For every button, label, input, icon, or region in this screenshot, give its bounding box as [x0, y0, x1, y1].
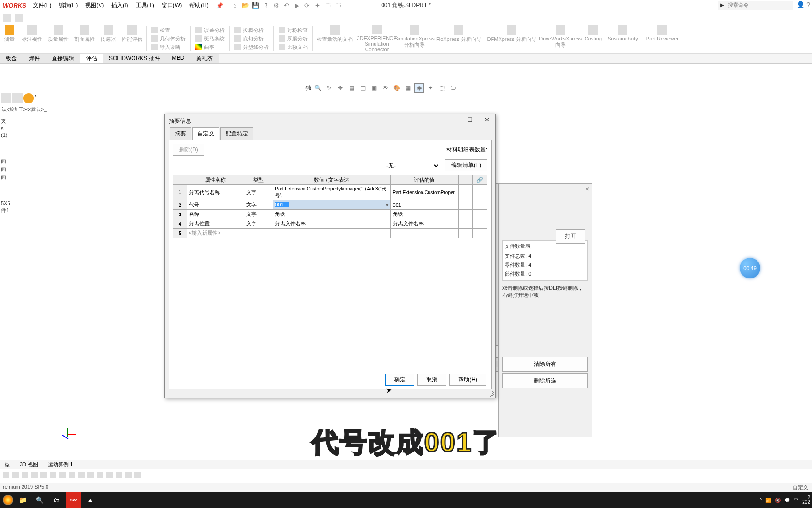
hud-rotate-icon[interactable]: ↻ [324, 83, 334, 93]
bicon[interactable] [3, 472, 9, 478]
prop-value-cell-editing[interactable]: ▾ [273, 200, 390, 210]
ribbon-mass[interactable]: 质量属性 [45, 24, 71, 53]
explorer-icon[interactable]: 📁 [15, 492, 30, 508]
prop-type-cell[interactable]: 文字 [244, 219, 273, 229]
hud-view-icon[interactable]: ◫ [358, 83, 367, 93]
tab-directedit[interactable]: 直接编辑 [46, 54, 80, 64]
ribbon-simxpress[interactable]: SimulationXpress 分析向导 [396, 24, 433, 53]
hud-render-icon[interactable]: ✦ [426, 83, 435, 93]
help-icon[interactable]: ? [806, 1, 810, 8]
print-icon[interactable]: 🖨 [262, 1, 270, 10]
ribbon-sensor[interactable]: 传感器 [98, 24, 119, 53]
ribbon-curvature[interactable]: 曲率 [194, 43, 226, 52]
ribbon-check[interactable]: 检查 [149, 26, 187, 35]
bicon[interactable] [134, 472, 141, 478]
ribbon-deviation[interactable]: 误差分析 [194, 26, 226, 35]
ok-button[interactable]: 确定 [385, 374, 414, 386]
tool-icon-1[interactable] [3, 14, 11, 22]
tray-ime[interactable]: 中 [794, 497, 798, 503]
hud-section-icon[interactable]: ▤ [347, 83, 356, 93]
app-taskbar-icon[interactable]: ▲ [83, 492, 98, 508]
hud-perspective-icon[interactable]: ◉ [414, 83, 424, 93]
ribbon-perf[interactable]: 性能评估 [119, 24, 145, 53]
options-icon[interactable]: ⚙ [272, 1, 281, 10]
dialog-tab-custom[interactable]: 自定义 [192, 127, 219, 140]
bicon[interactable] [116, 472, 122, 478]
tree-item[interactable]: 夹 [1, 117, 50, 125]
tree-tab-more-icon[interactable]: › [35, 93, 45, 103]
tray-chevron-icon[interactable]: ^ [760, 498, 762, 503]
menu-insert[interactable]: 插入(I) [108, 1, 132, 9]
tree-item[interactable]: (1) [1, 132, 50, 138]
ribbon-driveworks[interactable]: DriveWorksXpress 向导 [539, 24, 582, 53]
ribbon-floxpress[interactable]: FloXpress 分析向导 [433, 24, 484, 53]
hud-scene-icon[interactable]: ▦ [403, 83, 413, 93]
prop-type-cell[interactable] [244, 229, 273, 238]
solidworks-taskbar-icon[interactable]: SW [66, 492, 81, 508]
menu-file[interactable]: 文件(F) [29, 1, 55, 9]
hud-display-icon[interactable]: ▣ [369, 83, 379, 93]
tree-tab-icon-2[interactable] [12, 93, 23, 103]
dialog-tab-config[interactable]: 配置特定 [220, 127, 253, 140]
ribbon-activate-check[interactable]: 检查激活的文档 [314, 24, 356, 53]
tree-item[interactable]: 面 [1, 165, 50, 173]
prop-type-cell[interactable]: 文字 [244, 210, 273, 219]
hud-pan-icon[interactable]: ✥ [336, 83, 345, 93]
bottom-tab-3dview[interactable]: 3D 视图 [15, 460, 43, 469]
redo-icon[interactable]: ▶ [293, 1, 301, 10]
ribbon-3dx[interactable]: 3DEXPERIENCE Simulation Connector [358, 24, 396, 53]
delete-button[interactable]: 删除(D) [173, 144, 204, 156]
ribbon-symmetry[interactable]: 对称检查 [277, 26, 310, 35]
start-icon[interactable] [3, 495, 13, 505]
bicon[interactable] [59, 472, 66, 478]
prop-name-cell[interactable]: 分离代号名称 [187, 185, 244, 200]
bicon[interactable] [87, 472, 94, 478]
tree-item[interactable]: 5X5 [1, 200, 50, 206]
ribbon-section[interactable]: 剖面属性 [71, 24, 98, 53]
tab-mbd[interactable]: MBD [166, 54, 191, 64]
hud-misc-icon[interactable]: ⬚ [437, 83, 446, 93]
orientation-triad[interactable] [61, 428, 80, 447]
ribbon-draft[interactable]: 拔模分析 [233, 26, 271, 35]
prop-value-cell[interactable]: Part.Extension.CustomPropertyManager("")… [273, 185, 390, 200]
hud-zoom-icon[interactable]: 🔍 [313, 83, 322, 93]
tab-custom[interactable]: 黄礼杰 [190, 54, 219, 64]
bicon[interactable] [106, 472, 113, 478]
command-search[interactable]: 搜索命令 [718, 1, 793, 10]
misc-icon-2[interactable]: ⬚ [334, 1, 343, 10]
select-icon[interactable]: ✦ [313, 1, 322, 10]
tree-item[interactable]: 面 [1, 173, 50, 181]
dialog-minimize-icon[interactable]: — [446, 116, 460, 123]
clear-all-button[interactable]: 清除所有 [502, 357, 588, 372]
prop-value-cell[interactable] [273, 229, 390, 238]
tray-wifi-icon[interactable]: 📶 [765, 498, 771, 503]
misc-icon-1[interactable]: ⬚ [324, 1, 332, 10]
ribbon-compare[interactable]: 比较文档 [277, 43, 310, 52]
tree-tab-icon-3[interactable] [23, 93, 34, 103]
menu-help[interactable]: 帮助(H) [186, 1, 212, 9]
bicon[interactable] [12, 472, 19, 478]
ribbon-dfmxpress[interactable]: DFMXpress 分析向导 [484, 24, 539, 53]
prop-name-cell[interactable]: 名称 [187, 210, 244, 219]
ribbon-import-diag[interactable]: 输入诊断 [149, 43, 187, 52]
menu-window[interactable]: 窗口(W) [158, 1, 186, 9]
tree-item[interactable]: s [1, 125, 50, 132]
panel-close-icon[interactable]: ✕ [585, 186, 590, 192]
home-icon[interactable]: ⌂ [231, 1, 239, 10]
feature-tree[interactable]: 夹 s (1) 面 面 面 5X5 件1 [0, 115, 51, 216]
bicon[interactable] [69, 472, 75, 478]
tool-icon-2[interactable] [15, 14, 23, 22]
prop-value-cell[interactable]: 分离文件名称 [273, 219, 390, 229]
table-row[interactable]: 2 代号 文字 ▾ 001 [173, 200, 487, 210]
rebuild-icon[interactable]: ⟳ [303, 1, 312, 10]
dialog-close-icon[interactable]: ✕ [480, 116, 493, 123]
open-icon[interactable]: 📂 [241, 1, 250, 10]
user-icon[interactable]: 👤 [796, 1, 804, 8]
ribbon-zebra[interactable]: 斑马条纹 [194, 35, 226, 43]
prop-type-cell[interactable]: 文字 [244, 200, 273, 210]
dialog-maximize-icon[interactable]: ☐ [463, 116, 476, 123]
bicon[interactable] [22, 472, 28, 478]
search-taskbar-icon[interactable]: 🔍 [32, 492, 47, 508]
tab-sheetmetal[interactable]: 钣金 [0, 54, 23, 64]
tree-item[interactable]: 件1 [1, 206, 50, 214]
